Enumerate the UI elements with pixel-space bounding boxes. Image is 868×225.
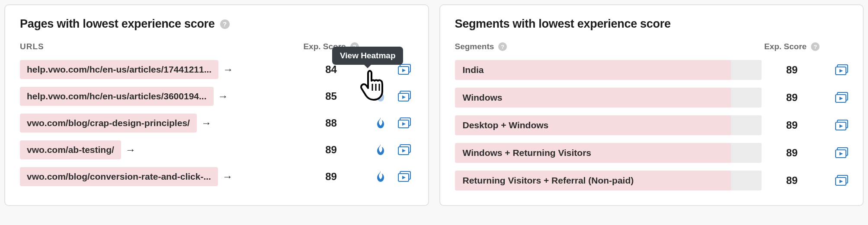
- recording-play-icon[interactable]: [835, 175, 848, 186]
- pages-card-title-row: Pages with lowest experience score ?: [20, 17, 413, 31]
- page-url[interactable]: help.vwo.com/hc/en-us/articles/17441211.…: [20, 60, 218, 79]
- segment-bar[interactable]: Desktop + Windows: [455, 115, 762, 135]
- recording-play-icon[interactable]: [398, 117, 411, 129]
- page-url[interactable]: vwo.com/blog/conversion-rate-and-click-.…: [20, 167, 218, 186]
- segment-row: India 89: [455, 60, 849, 80]
- page-url[interactable]: help.vwo.com/hc/en-us/articles/3600194..…: [20, 87, 214, 106]
- segment-label: Windows + Returning Visitors: [455, 143, 762, 163]
- recording-play-icon[interactable]: [398, 171, 411, 182]
- segment-label: Desktop + Windows: [455, 115, 762, 135]
- exp-score-value: 89: [301, 144, 362, 156]
- segment-label: Windows: [455, 88, 762, 108]
- exp-score-value: 89: [762, 64, 822, 76]
- pointer-cursor-icon: [360, 67, 390, 103]
- segment-row: Returning Visitors + Referral (Non-paid)…: [455, 171, 849, 190]
- segment-row: Desktop + Windows 89: [455, 115, 849, 135]
- help-icon[interactable]: ?: [220, 19, 230, 29]
- page-row: help.vwo.com/hc/en-us/articles/3600194..…: [20, 87, 413, 106]
- segment-row: Windows + Returning Visitors 89: [455, 143, 849, 163]
- page-row: vwo.com/blog/conversion-rate-and-click-.…: [20, 167, 413, 186]
- segments-card-title: Segments with lowest experience score: [455, 17, 671, 31]
- exp-score-value: 89: [762, 92, 822, 104]
- recording-play-icon[interactable]: [835, 92, 848, 103]
- recording-play-icon[interactable]: [835, 147, 848, 158]
- pages-lowest-score-card: Pages with lowest experience score ? URL…: [4, 4, 429, 206]
- open-arrow-icon[interactable]: →: [125, 144, 136, 156]
- segment-label: Returning Visitors + Referral (Non-paid): [455, 171, 762, 190]
- segments-card-title-row: Segments with lowest experience score: [455, 17, 849, 31]
- open-arrow-icon[interactable]: →: [223, 63, 233, 76]
- recording-play-icon[interactable]: [398, 91, 411, 102]
- open-arrow-icon[interactable]: →: [201, 117, 211, 129]
- segment-bar[interactable]: Windows: [455, 88, 762, 108]
- urls-column-header: URLS: [20, 42, 44, 51]
- segment-bar[interactable]: Returning Visitors + Referral (Non-paid): [455, 171, 762, 190]
- page-row: vwo.com/ab-testing/ → 89: [20, 140, 413, 159]
- heatmap-flame-icon[interactable]: [375, 171, 386, 183]
- pages-card-title: Pages with lowest experience score: [20, 17, 215, 31]
- exp-score-value: 88: [301, 117, 362, 129]
- exp-score-column-header: Exp. Score: [764, 42, 807, 51]
- exp-score-value: 89: [301, 171, 362, 183]
- open-arrow-icon[interactable]: →: [218, 90, 228, 102]
- page-url[interactable]: vwo.com/ab-testing/: [20, 140, 121, 159]
- exp-score-value: 89: [762, 174, 822, 187]
- recording-play-icon[interactable]: [398, 64, 411, 75]
- exp-score-value: 84: [301, 63, 362, 76]
- segment-bar[interactable]: India: [455, 60, 762, 80]
- exp-score-value: 89: [762, 147, 822, 159]
- help-icon[interactable]: ?: [811, 42, 820, 51]
- segment-label: India: [455, 60, 762, 80]
- view-heatmap-tooltip: View Heatmap: [332, 47, 403, 65]
- heatmap-flame-icon[interactable]: [375, 144, 386, 156]
- page-row: vwo.com/blog/crap-design-principles/ → 8…: [20, 114, 413, 133]
- open-arrow-icon[interactable]: →: [222, 171, 233, 183]
- help-icon[interactable]: ?: [498, 42, 507, 51]
- segment-bar[interactable]: Windows + Returning Visitors: [455, 143, 762, 163]
- exp-score-value: 85: [301, 90, 362, 102]
- segments-column-header: Segments: [455, 42, 494, 51]
- exp-score-value: 89: [762, 119, 822, 131]
- recording-play-icon[interactable]: [398, 144, 411, 155]
- segment-row: Windows 89: [455, 88, 849, 108]
- heatmap-flame-icon[interactable]: [375, 117, 386, 129]
- segments-column-headers: Segments ? Exp. Score ?: [455, 42, 849, 60]
- page-url[interactable]: vwo.com/blog/crap-design-principles/: [20, 114, 197, 133]
- segments-lowest-score-card: Segments with lowest experience score Se…: [439, 4, 864, 206]
- recording-play-icon[interactable]: [835, 120, 848, 131]
- recording-play-icon[interactable]: [835, 64, 848, 76]
